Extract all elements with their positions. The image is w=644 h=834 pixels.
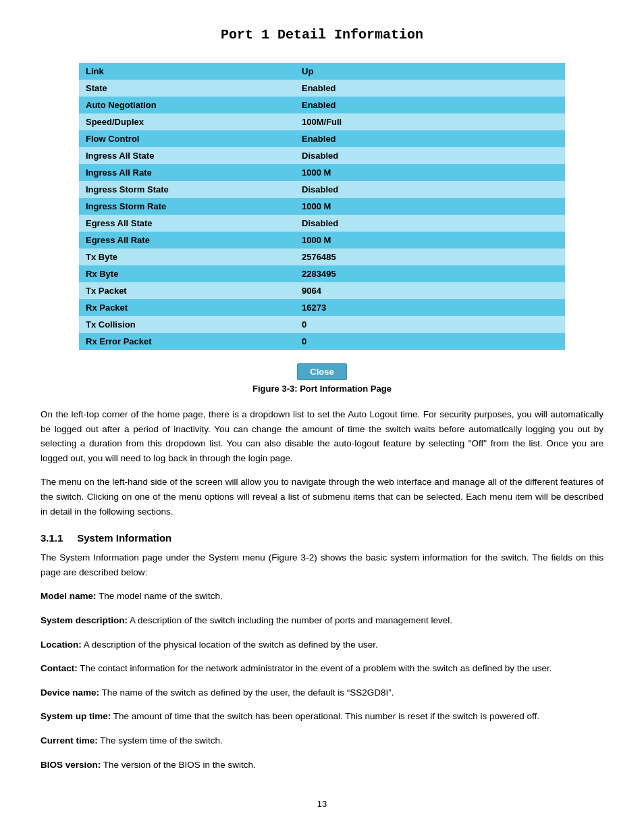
row-value: Disabled <box>295 147 565 164</box>
row-value: Up <box>295 63 565 80</box>
row-value: 9064 <box>295 282 565 299</box>
field-description: BIOS version: The version of the BIOS in… <box>41 758 603 773</box>
table-row: Egress All Rate1000 M <box>79 232 565 249</box>
row-label: Flow Control <box>79 130 295 147</box>
row-label: State <box>79 80 295 97</box>
row-value: 1000 M <box>295 164 565 181</box>
field-label: Device name: <box>41 687 99 698</box>
table-row: Ingress All StateDisabled <box>79 147 565 164</box>
table-row: Egress All StateDisabled <box>79 215 565 232</box>
row-value: 16273 <box>295 299 565 316</box>
table-row: Rx Packet16273 <box>79 299 565 316</box>
field-description: Location: A description of the physical … <box>41 637 603 652</box>
row-label: Rx Packet <box>79 299 295 316</box>
table-row: Rx Error Packet0 <box>79 333 565 350</box>
field-label: BIOS version: <box>41 760 101 770</box>
table-row: Tx Byte2576485 <box>79 249 565 265</box>
row-label: Link <box>79 63 295 80</box>
table-row: Ingress Storm StateDisabled <box>79 181 565 198</box>
field-label: System description: <box>41 615 128 625</box>
row-value: 100M/Full <box>295 113 565 130</box>
row-value: 2576485 <box>295 249 565 265</box>
row-label: Ingress Storm Rate <box>79 198 295 215</box>
row-value: Enabled <box>295 97 565 113</box>
table-row: Ingress All Rate1000 M <box>79 164 565 181</box>
section-heading: 3.1.1 System Information <box>41 532 603 544</box>
field-label: Current time: <box>41 735 98 746</box>
figure-caption: Figure 3-3: Port Information Page <box>41 384 603 394</box>
field-label: Location: <box>41 640 82 650</box>
body-paragraph: The menu on the left-hand side of the sc… <box>41 475 603 519</box>
body-text-section: On the left-top corner of the home page,… <box>41 407 603 519</box>
field-label: System up time: <box>41 711 111 721</box>
table-row: StateEnabled <box>79 80 565 97</box>
row-value: 0 <box>295 333 565 350</box>
table-row: Tx Collision0 <box>79 316 565 333</box>
table-row: Ingress Storm Rate1000 M <box>79 198 565 215</box>
row-value: Enabled <box>295 80 565 97</box>
table-row: Speed/Duplex100M/Full <box>79 113 565 130</box>
row-label: Rx Byte <box>79 265 295 282</box>
field-description: Contact: The contact information for the… <box>41 661 603 676</box>
row-label: Tx Collision <box>79 316 295 333</box>
row-label: Rx Error Packet <box>79 333 295 350</box>
table-row: Rx Byte2283495 <box>79 265 565 282</box>
row-value: 0 <box>295 316 565 333</box>
row-label: Ingress All State <box>79 147 295 164</box>
close-button[interactable]: Close <box>297 363 346 380</box>
section-fields: Model name: The model name of the switch… <box>41 589 603 772</box>
field-description: Device name: The name of the switch as d… <box>41 685 603 700</box>
section-number: 3.1.1 <box>41 532 63 544</box>
row-value: 1000 M <box>295 198 565 215</box>
field-description: Model name: The model name of the switch… <box>41 589 603 604</box>
row-label: Tx Packet <box>79 282 295 299</box>
field-description: Current time: The system time of the swi… <box>41 733 603 748</box>
row-label: Egress All Rate <box>79 232 295 249</box>
field-description: System up time: The amount of time that … <box>41 709 603 724</box>
field-label: Model name: <box>41 591 97 601</box>
page-number: 13 <box>41 799 603 809</box>
row-label: Speed/Duplex <box>79 113 295 130</box>
row-value: 1000 M <box>295 232 565 249</box>
detail-info-table: LinkUpStateEnabledAuto NegotiationEnable… <box>79 63 565 350</box>
row-label: Auto Negotiation <box>79 97 295 113</box>
row-label: Tx Byte <box>79 249 295 265</box>
row-value: Disabled <box>295 215 565 232</box>
body-paragraph: On the left-top corner of the home page,… <box>41 407 603 465</box>
row-value: Enabled <box>295 130 565 147</box>
row-label: Ingress All Rate <box>79 164 295 181</box>
row-label: Egress All State <box>79 215 295 232</box>
field-description: System description: A description of the… <box>41 613 603 628</box>
table-row: Tx Packet9064 <box>79 282 565 299</box>
row-value: Disabled <box>295 181 565 198</box>
row-label: Ingress Storm State <box>79 181 295 198</box>
section-title: System Information <box>77 532 171 544</box>
table-row: Flow ControlEnabled <box>79 130 565 147</box>
field-label: Contact: <box>41 663 78 673</box>
table-row: Auto NegotiationEnabled <box>79 97 565 113</box>
row-value: 2283495 <box>295 265 565 282</box>
section-intro: The System Information page under the Sy… <box>41 550 603 579</box>
page-title: Port 1 Detail Information <box>41 27 603 43</box>
table-row: LinkUp <box>79 63 565 80</box>
